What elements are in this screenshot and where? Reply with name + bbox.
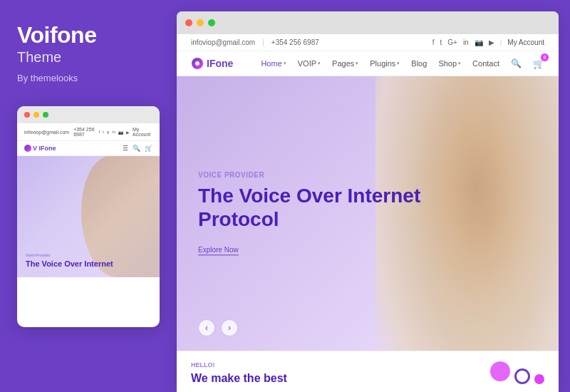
decorative-circle-pink — [490, 361, 510, 381]
mini-search-icon: 🔍 — [133, 145, 140, 152]
bottom-decorative-circles — [490, 361, 544, 384]
site-hero: Voice Provider The Voice Over Internet P… — [177, 76, 559, 351]
mini-hero-text: Voice Provider The Voice Over Internet — [26, 253, 151, 269]
nav-home[interactable]: Home ▾ — [261, 59, 286, 68]
pages-chevron-icon: ▾ — [356, 61, 358, 66]
home-chevron-icon: ▾ — [284, 61, 286, 66]
topbar-linkedin-icon[interactable]: in — [463, 38, 469, 46]
hero-cta-button[interactable]: Explore Now — [198, 246, 239, 255]
logo-circle-inner — [195, 61, 200, 66]
mini-dot-green — [43, 112, 48, 118]
bottom-title: We make the best — [191, 371, 287, 385]
mini-twitter-icon: t — [103, 130, 104, 134]
plugins-chevron-icon: ▾ — [397, 61, 400, 66]
topbar-facebook-icon[interactable]: f — [432, 38, 435, 46]
brand-author: By themelooks — [17, 73, 160, 83]
mini-phone: +354 256 6987 — [73, 127, 99, 137]
mini-hero: Voice Provider The Voice Over Internet — [17, 156, 160, 277]
topbar-right: f t G+ in 📷 ▶ | My Account — [432, 38, 544, 46]
mini-youtube-icon: ▶ — [126, 130, 130, 135]
mini-my-account: My Account — [133, 127, 152, 137]
left-info-panel: Voifone Theme By themelooks infoviop@gma… — [0, 0, 177, 392]
site-bottom-section: Hello! We make the best — [177, 351, 559, 392]
nav-cart[interactable]: 🛒 8 — [533, 57, 544, 70]
nav-pages[interactable]: Pages ▾ — [332, 59, 358, 68]
mini-email: infoviop@gmail.com — [24, 130, 69, 135]
browser-dot-green[interactable] — [208, 19, 215, 26]
logo-circle — [192, 58, 203, 69]
mini-google-icon: g — [107, 130, 109, 134]
decorative-circle-outline — [514, 368, 530, 384]
mini-dot-red — [24, 112, 30, 118]
slider-prev-button[interactable]: ‹ — [198, 319, 215, 336]
topbar-twitter-icon[interactable]: t — [440, 38, 442, 46]
mini-topbar-left: infoviop@gmail.com +354 256 6987 — [24, 127, 99, 137]
hero-title: The Voice Over Internet Protocol — [198, 185, 426, 231]
browser-title-bar — [177, 11, 559, 34]
site-logo[interactable]: IFone — [191, 57, 233, 70]
topbar-youtube-icon[interactable]: ▶ — [489, 38, 494, 46]
mini-hero-title: The Voice Over Internet — [26, 259, 151, 269]
mini-nav-icons: ☰ 🔍 🛒 — [123, 145, 152, 152]
topbar-instagram-icon[interactable]: 📷 — [475, 38, 483, 46]
site-navigation: IFone Home ▾ VOIP ▾ Pages ▾ Plugins ▾ — [177, 51, 559, 76]
logo-icon — [191, 57, 204, 70]
topbar-divider: | — [262, 38, 264, 46]
brand-name: Voifone — [17, 23, 160, 48]
cart-badge: 8 — [541, 53, 549, 61]
topbar-googleplus-icon[interactable]: G+ — [447, 38, 457, 46]
my-account-link[interactable]: My Account — [507, 38, 544, 46]
nav-shop[interactable]: Shop ▾ — [438, 59, 461, 68]
mini-hero-provider-label: Voice Provider — [26, 253, 151, 257]
slider-arrows: ‹ › — [198, 319, 238, 336]
browser-dot-yellow[interactable] — [197, 19, 204, 26]
mini-linkedin-icon: in — [112, 130, 115, 134]
nav-search-icon[interactable]: 🔍 — [511, 58, 522, 68]
nav-voip[interactable]: VOIP ▾ — [298, 59, 321, 68]
mini-social-icons: f t g in 📷 ▶ My Account — [99, 127, 152, 137]
voip-chevron-icon: ▾ — [318, 61, 321, 66]
hero-content: Voice Provider The Voice Over Internet P… — [198, 172, 426, 255]
mini-dot-yellow — [33, 112, 39, 118]
mini-topbar: infoviop@gmail.com +354 256 6987 f t g i… — [17, 123, 160, 141]
topbar-email: infoviop@gmail.com — [191, 38, 255, 46]
bottom-text-area: Hello! We make the best — [191, 361, 287, 385]
shop-chevron-icon: ▾ — [458, 61, 461, 66]
mini-menu-icon: ☰ — [123, 145, 128, 152]
browser-dot-red[interactable] — [185, 19, 192, 26]
nav-plugins[interactable]: Plugins ▾ — [370, 59, 400, 68]
mini-instagram-icon: 📷 — [118, 130, 123, 135]
topbar-contact-info: infoviop@gmail.com | +354 256 6987 — [191, 38, 319, 46]
bottom-hello-label: Hello! — [191, 361, 287, 368]
browser-content: infoviop@gmail.com | +354 256 6987 f t G… — [177, 34, 559, 392]
nav-contact[interactable]: Contact — [472, 59, 499, 68]
mini-browser-bar — [17, 106, 160, 123]
topbar-social-divider: | — [500, 38, 502, 46]
hero-provider-label: Voice Provider — [198, 172, 426, 180]
main-browser: infoviop@gmail.com | +354 256 6987 f t G… — [177, 11, 559, 392]
mini-facebook-icon: f — [99, 130, 100, 134]
mini-logo-icon — [24, 145, 31, 152]
mini-nav: V IFone ☰ 🔍 🛒 — [17, 141, 160, 156]
decorative-circle-small — [534, 374, 544, 384]
logo-text: IFone — [207, 58, 233, 69]
slider-next-button[interactable]: › — [221, 319, 238, 336]
topbar-phone: +354 256 6987 — [271, 38, 319, 46]
site-topbar: infoviop@gmail.com | +354 256 6987 f t G… — [177, 34, 559, 51]
nav-menu: Home ▾ VOIP ▾ Pages ▾ Plugins ▾ Blog — [254, 57, 544, 70]
mini-logo: V IFone — [24, 145, 56, 152]
brand-subtitle: Theme — [17, 49, 160, 66]
mini-cart-icon: 🛒 — [145, 145, 152, 152]
mini-browser-preview: infoviop@gmail.com +354 256 6987 f t g i… — [17, 106, 160, 327]
mini-logo-text: V IFone — [33, 145, 56, 152]
nav-blog[interactable]: Blog — [411, 59, 427, 68]
